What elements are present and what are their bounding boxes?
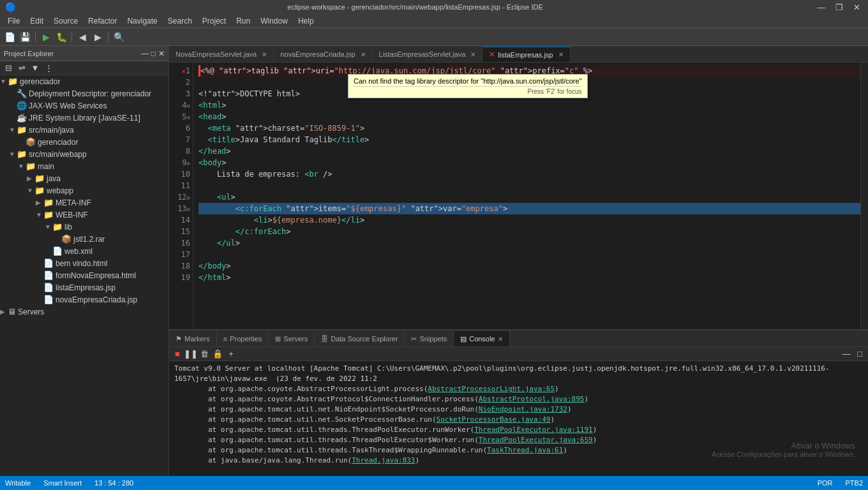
menu-edit[interactable]: Edit bbox=[25, 15, 49, 27]
code-line-15[interactable]: </c:forEach> bbox=[198, 226, 860, 237]
tab-close-btn[interactable]: ✕ bbox=[361, 51, 366, 58]
sidebar-maximize-icon[interactable]: □ bbox=[151, 49, 156, 58]
sidebar-close-icon[interactable]: ✕ bbox=[158, 49, 165, 58]
menu-run[interactable]: Run bbox=[231, 15, 255, 27]
tab-close-btn[interactable]: ✕ bbox=[470, 51, 475, 58]
titlebar-controls[interactable]: — ❐ ✕ bbox=[814, 3, 863, 12]
toolbar-search[interactable]: 🔍 bbox=[112, 30, 126, 44]
console-output[interactable]: Tomcat v9.0 Server at localhost [Apache … bbox=[169, 361, 868, 476]
bottom-tab-0[interactable]: ⚑Markers bbox=[169, 331, 217, 346]
sidebar-tree-item[interactable]: ☕JRE System Library [JavaSE-11] bbox=[0, 112, 168, 124]
status-lang: POR bbox=[818, 479, 833, 487]
bottom-tab-1[interactable]: ≡Properties bbox=[217, 331, 269, 346]
toolbar-save[interactable]: 💾 bbox=[18, 30, 32, 44]
sidebar-tree-item[interactable]: ▼📁src/main/java bbox=[0, 124, 168, 136]
menu-window[interactable]: Window bbox=[255, 15, 293, 27]
menu-help[interactable]: Help bbox=[293, 15, 319, 27]
sidebar-tree-item[interactable]: ▼📁lib bbox=[0, 221, 168, 233]
sidebar-tree-item[interactable]: ▶📁java bbox=[0, 172, 168, 184]
toolbar-run[interactable]: ▶ bbox=[39, 30, 53, 44]
toolbar-debug[interactable]: 🐛 bbox=[54, 30, 68, 44]
sidebar-tree-item[interactable]: 📦gerenciador bbox=[0, 136, 168, 148]
console-link[interactable]: AbstractProcessorLight.java:65 bbox=[428, 385, 555, 393]
minimize-button[interactable]: — bbox=[814, 3, 828, 12]
console-pause[interactable]: ❚❚ bbox=[185, 348, 197, 360]
sidebar-servers-item[interactable]: ▶🖥Servers bbox=[0, 306, 168, 318]
code-line-19[interactable]: </html> bbox=[198, 272, 860, 283]
sidebar-filter[interactable]: ▼ bbox=[29, 63, 41, 74]
code-line-12[interactable]: <ul> bbox=[198, 191, 860, 203]
console-newconsole[interactable]: + bbox=[225, 348, 237, 360]
code-line-14[interactable]: <li>${empresa.nome}</li> bbox=[198, 214, 860, 226]
code-line-17[interactable] bbox=[198, 249, 860, 260]
console-link[interactable]: Thread.java:833 bbox=[352, 456, 415, 464]
sidebar-tree-item[interactable]: 🔧Deployment Descriptor: gerenciador bbox=[0, 87, 168, 100]
console-link[interactable]: AbstractProtocol.java:895 bbox=[479, 395, 585, 403]
console-link[interactable]: SocketProcessorBase.java:49 bbox=[437, 415, 551, 424]
sidebar-minimize-icon[interactable]: — bbox=[141, 49, 149, 58]
editor-tab-3[interactable]: ✕listaEmpresas.jsp✕ bbox=[483, 47, 570, 62]
bottom-tab-label: Servers bbox=[283, 335, 308, 343]
editor-tab-2[interactable]: ListasEmpresasServlet.java✕ bbox=[373, 47, 483, 62]
tab-close-btn[interactable]: ✕ bbox=[558, 51, 564, 58]
editor-tab-0[interactable]: NovaEmpresaServlet.java✕ bbox=[169, 47, 274, 62]
tab-close-btn[interactable]: ✕ bbox=[262, 51, 267, 58]
sidebar-tree-item[interactable]: ▶📁META-INF bbox=[0, 197, 168, 209]
sidebar-tree-item[interactable]: ▼📁main bbox=[0, 160, 168, 172]
bottom-tab-5[interactable]: ▤Console✕ bbox=[454, 331, 509, 346]
editor-tab-1[interactable]: novaEmpresaCriada.jsp✕ bbox=[274, 47, 372, 62]
sidebar-tree-item[interactable]: 🌐JAX-WS Web Services bbox=[0, 100, 168, 112]
console-link[interactable]: TaskThread.java:61 bbox=[487, 446, 563, 454]
code-line-4[interactable]: <html> bbox=[198, 100, 860, 111]
code-line-7[interactable]: <title>Java Standard Taglib</title> bbox=[198, 134, 860, 145]
sidebar-tree-item[interactable]: ▼📁WEB-INF bbox=[0, 209, 168, 221]
sidebar-tree-item[interactable]: 📦jstl1.2.rar bbox=[0, 233, 168, 245]
maximize-button[interactable]: ❐ bbox=[833, 3, 846, 12]
console-link[interactable]: ThreadPoolExecutor.java:659 bbox=[479, 436, 593, 444]
toolbar-back[interactable]: ◀ bbox=[75, 30, 89, 44]
console-link[interactable]: NioEndpoint.java:1732 bbox=[479, 405, 567, 413]
menu-file[interactable]: File bbox=[3, 15, 25, 27]
sidebar-tree-item[interactable]: 📄bem vindo.html bbox=[0, 257, 168, 269]
sidebar-tree-item[interactable]: 📄web.xml bbox=[0, 245, 168, 257]
sidebar-tree-item[interactable]: 📄formNovaEmpresa.html bbox=[0, 269, 168, 281]
menu-search[interactable]: Search bbox=[163, 15, 197, 27]
code-line-5[interactable]: <head> bbox=[198, 111, 860, 122]
console-stop[interactable]: ■ bbox=[172, 348, 183, 360]
sidebar-viewmenu[interactable]: ⋮ bbox=[43, 63, 54, 74]
sidebar-tree-item[interactable]: ▼📁gerenciador bbox=[0, 75, 168, 87]
sidebar-tree-item[interactable]: 📄listaEmpresas.jsp bbox=[0, 281, 168, 293]
close-button[interactable]: ✕ bbox=[851, 3, 863, 12]
code-editor[interactable]: ✕1234⊖5⊖6789⊖101112⊖13⊖141516171819 <%@ … bbox=[169, 63, 868, 329]
code-line-18[interactable]: </body> bbox=[198, 260, 860, 272]
code-line-13[interactable]: <c:forEach "attr">items="${empresas}" "a… bbox=[198, 203, 860, 214]
toolbar-new[interactable]: 📄 bbox=[3, 30, 17, 44]
bottom-tab-close[interactable]: ✕ bbox=[498, 336, 503, 343]
code-line-6[interactable]: <meta "attr">charset="ISO-8859-1"> bbox=[198, 122, 860, 134]
menu-refactor[interactable]: Refactor bbox=[83, 15, 122, 27]
bottom-tab-4[interactable]: ✂Snippets bbox=[405, 331, 454, 346]
console-maximize[interactable]: □ bbox=[854, 348, 865, 360]
sidebar-tree-item[interactable]: ▼📁webapp bbox=[0, 184, 168, 197]
console-clear[interactable]: 🗑 bbox=[198, 348, 210, 360]
code-line-9[interactable]: <body> bbox=[198, 157, 860, 168]
code-content[interactable]: <%@ "attr">taglib "attr">uri="http://jav… bbox=[193, 63, 860, 329]
sidebar-tree-item[interactable]: 📄novaEmpresaCriada.jsp bbox=[0, 293, 168, 306]
console-scroll-lock[interactable]: 🔒 bbox=[212, 348, 223, 360]
editor-vscroll[interactable] bbox=[860, 63, 868, 329]
bottom-tab-2[interactable]: ⊞Servers bbox=[269, 331, 315, 346]
bottom-tab-3[interactable]: 🗄Data Source Explorer bbox=[315, 331, 405, 346]
console-minimize[interactable]: — bbox=[841, 348, 852, 360]
toolbar-forward[interactable]: ▶ bbox=[91, 30, 105, 44]
code-line-16[interactable]: </ul> bbox=[198, 237, 860, 249]
sidebar-link-editor[interactable]: ⇌ bbox=[16, 63, 27, 74]
code-line-11[interactable] bbox=[198, 180, 860, 191]
menu-source[interactable]: Source bbox=[49, 15, 83, 27]
code-line-10[interactable]: Lista de empresas: <br /> bbox=[198, 168, 860, 180]
code-line-8[interactable]: </head> bbox=[198, 145, 860, 157]
sidebar-collapse-all[interactable]: ⊟ bbox=[3, 63, 14, 74]
menu-project[interactable]: Project bbox=[197, 15, 231, 27]
menu-navigate[interactable]: Navigate bbox=[122, 15, 162, 27]
sidebar-tree-item[interactable]: ▼📁src/main/webapp bbox=[0, 148, 168, 160]
console-link[interactable]: ThreadPoolExecutor.java:1191 bbox=[474, 426, 592, 434]
